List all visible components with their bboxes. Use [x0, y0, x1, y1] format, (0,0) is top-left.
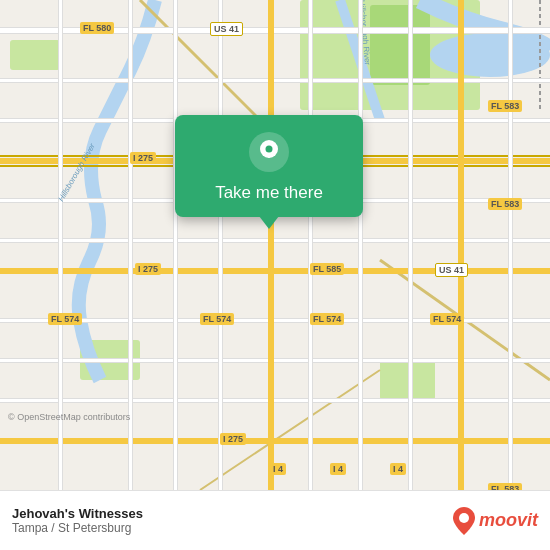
label-fl585: FL 585: [310, 263, 344, 275]
label-i275-mid: I 275: [135, 263, 161, 275]
attribution: © OpenStreetMap contributors: [8, 412, 130, 422]
label-fl580: FL 580: [80, 22, 114, 34]
road-fl574-b: [0, 398, 550, 403]
label-fl574-mid: FL 574: [200, 313, 234, 325]
road-h5: [0, 238, 550, 243]
moovit-logo: moovit: [453, 507, 538, 535]
road-v7: [358, 0, 363, 490]
label-i4-3: I 4: [390, 463, 406, 475]
road-v3: [173, 0, 178, 490]
label-i4-2: I 4: [330, 463, 346, 475]
map: Hillsborough River: [0, 0, 550, 490]
label-us41-top: US 41: [210, 22, 243, 36]
label-i275-top: I 275: [130, 152, 156, 164]
label-i275-bot: I 275: [220, 433, 246, 445]
popup-card: Take me there: [175, 115, 363, 217]
road-v4: [218, 0, 223, 490]
svg-point-8: [266, 146, 273, 153]
label-fl583-top: FL 583: [488, 100, 522, 112]
label-fl574-right: FL 574: [310, 313, 344, 325]
road-v10: [508, 0, 513, 490]
road-us41-vert: [458, 0, 464, 490]
road-i275-vert: [268, 0, 274, 490]
road-h7: [0, 358, 550, 363]
label-fl583-mid: FL 583: [488, 198, 522, 210]
moovit-pin-icon: [453, 507, 475, 535]
location-area: Tampa / St Petersburg: [12, 521, 143, 535]
bottom-bar: Jehovah's Witnesses Tampa / St Petersbur…: [0, 490, 550, 550]
road-h2: [0, 78, 550, 83]
location-name: Jehovah's Witnesses: [12, 506, 143, 521]
label-fl574-far: FL 574: [430, 313, 464, 325]
road-v6: [308, 0, 313, 490]
road-i275-bot: [0, 438, 550, 444]
svg-point-9: [459, 513, 469, 523]
label-i4-1: I 4: [270, 463, 286, 475]
label-fl583-bot: FL 583: [488, 483, 522, 490]
take-me-there-button[interactable]: Take me there: [215, 183, 323, 203]
location-pin-icon: [248, 131, 290, 173]
location-info: Jehovah's Witnesses Tampa / St Petersbur…: [12, 506, 143, 535]
road-v8: [408, 0, 413, 490]
road-fl574: [0, 318, 550, 323]
moovit-brand-text: moovit: [479, 510, 538, 531]
label-fl574-left: FL 574: [48, 313, 82, 325]
svg-point-0: [430, 33, 550, 77]
label-us41-mid: US 41: [435, 263, 468, 277]
